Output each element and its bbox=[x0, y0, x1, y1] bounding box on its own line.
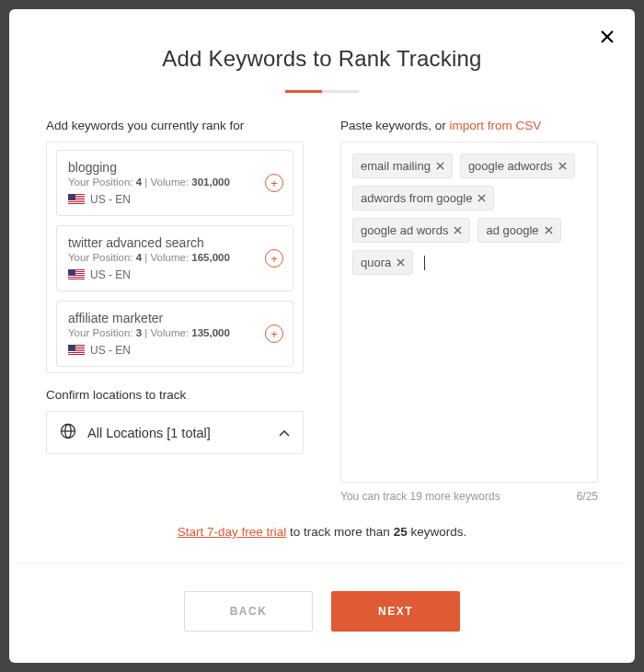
header: Add Keywords to Rank Tracking bbox=[9, 9, 635, 93]
svg-rect-15 bbox=[68, 269, 75, 276]
close-icon bbox=[558, 162, 567, 170]
suggestions-list: blogging Your Position: 4 | Volume: 301,… bbox=[46, 142, 304, 373]
remove-tag-button[interactable] bbox=[397, 258, 405, 267]
remove-tag-button[interactable] bbox=[477, 194, 486, 202]
keyword-meta: Your Position: 4 | Volume: 301,000 bbox=[68, 177, 282, 188]
svg-rect-7 bbox=[68, 194, 75, 200]
close-icon bbox=[545, 226, 553, 234]
tag-footer: You can track 19 more keywords 6/25 bbox=[340, 490, 598, 503]
paste-label: Paste keywords, or import from CSV bbox=[340, 119, 598, 132]
globe-icon bbox=[60, 423, 76, 442]
suggestions-label: Add keywords you currently rank for bbox=[46, 119, 304, 132]
svg-rect-21 bbox=[68, 353, 85, 354]
us-flag-icon bbox=[68, 345, 85, 356]
remaining-hint: You can track 19 more keywords bbox=[340, 490, 500, 503]
keyword-name: blogging bbox=[68, 160, 282, 175]
svg-rect-6 bbox=[68, 204, 85, 205]
keyword-tag: adwords from google bbox=[352, 186, 494, 211]
location-select-value: All Locations [1 total] bbox=[87, 426, 211, 440]
keyword-input-box[interactable]: email mailing google adwords adwords fro… bbox=[340, 142, 598, 483]
us-flag-icon bbox=[68, 269, 85, 280]
plus-icon: + bbox=[270, 253, 278, 265]
left-column: Add keywords you currently rank for blog… bbox=[46, 119, 304, 503]
keyword-name: affiliate marketer bbox=[68, 311, 282, 325]
trial-prompt: Start 7-day free trial to track more tha… bbox=[9, 503, 635, 563]
add-keyword-button[interactable]: + bbox=[265, 174, 283, 192]
modal-title: Add Keywords to Rank Tracking bbox=[28, 46, 616, 72]
svg-rect-4 bbox=[68, 200, 85, 201]
keyword-tag: google adwords bbox=[460, 154, 575, 178]
footer: Back Next bbox=[9, 564, 635, 663]
text-cursor bbox=[424, 256, 425, 270]
keyword-locale: US - EN bbox=[68, 193, 282, 206]
svg-rect-14 bbox=[68, 279, 85, 280]
svg-rect-22 bbox=[68, 355, 85, 356]
keyword-name: twitter advanced search bbox=[68, 235, 282, 250]
plus-icon: + bbox=[270, 328, 278, 340]
keyword-locale: US - EN bbox=[68, 344, 282, 357]
back-button[interactable]: Back bbox=[184, 591, 313, 632]
close-icon bbox=[397, 258, 405, 267]
svg-rect-20 bbox=[68, 351, 85, 352]
start-trial-link[interactable]: Start 7-day free trial bbox=[178, 525, 287, 539]
close-icon bbox=[436, 162, 444, 170]
location-select[interactable]: All Locations [1 total] bbox=[46, 411, 304, 454]
import-csv-link[interactable]: import from CSV bbox=[450, 119, 542, 132]
keyword-meta: Your Position: 3 | Volume: 135,000 bbox=[68, 327, 282, 338]
us-flag-icon bbox=[68, 194, 85, 205]
close-icon bbox=[454, 226, 462, 234]
keyword-card: affiliate marketer Your Position: 3 | Vo… bbox=[56, 301, 293, 367]
chevron-up-icon bbox=[279, 426, 290, 440]
svg-rect-5 bbox=[68, 202, 85, 203]
keyword-meta: Your Position: 4 | Volume: 165,000 bbox=[68, 252, 282, 263]
keyword-locale: US - EN bbox=[68, 268, 282, 281]
keyword-tag: quora bbox=[352, 250, 413, 275]
keyword-tag: ad google bbox=[477, 218, 560, 243]
right-column: Paste keywords, or import from CSV email… bbox=[340, 119, 598, 503]
close-icon bbox=[600, 29, 615, 44]
next-button[interactable]: Next bbox=[331, 591, 460, 632]
svg-rect-23 bbox=[68, 345, 75, 351]
keyword-card: blogging Your Position: 4 | Volume: 301,… bbox=[56, 150, 293, 216]
svg-rect-12 bbox=[68, 276, 85, 277]
remove-tag-button[interactable] bbox=[454, 226, 462, 234]
keyword-tag: email mailing bbox=[352, 154, 453, 178]
keyword-count: 6/25 bbox=[577, 490, 598, 503]
close-icon bbox=[477, 194, 486, 202]
close-button[interactable] bbox=[596, 26, 618, 51]
remove-tag-button[interactable] bbox=[436, 162, 444, 170]
confirm-locations-label: Confirm locations to track bbox=[46, 388, 304, 402]
add-keyword-button[interactable]: + bbox=[265, 325, 283, 343]
remove-tag-button[interactable] bbox=[545, 226, 553, 234]
keyword-card: twitter advanced search Your Position: 4… bbox=[56, 225, 293, 291]
remove-tag-button[interactable] bbox=[558, 162, 567, 170]
modal: Add Keywords to Rank Tracking Add keywor… bbox=[9, 9, 635, 663]
svg-rect-13 bbox=[68, 278, 85, 279]
add-keyword-button[interactable]: + bbox=[265, 249, 283, 268]
keyword-tag: google ad words bbox=[352, 218, 470, 243]
plus-icon: + bbox=[270, 177, 278, 189]
